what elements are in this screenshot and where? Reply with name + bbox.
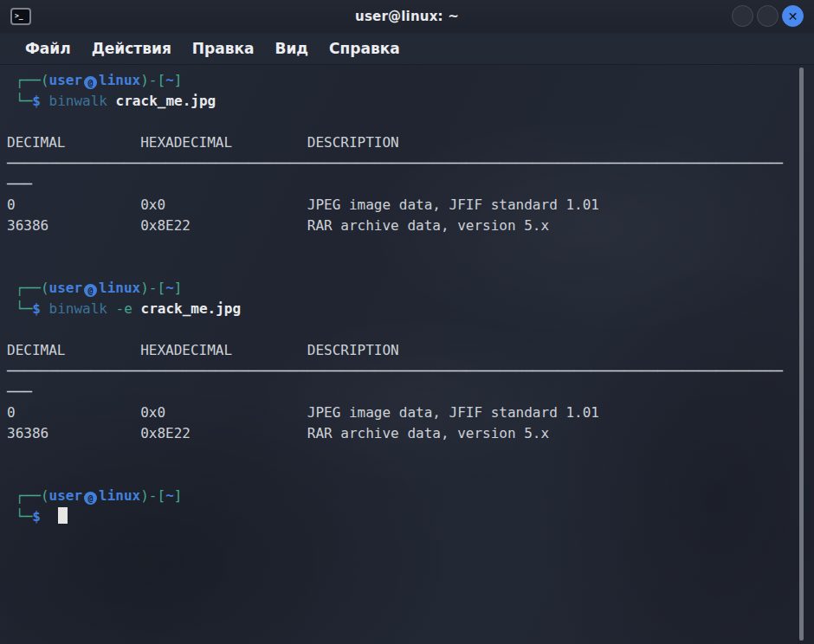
prompt-frame: ┌──(: [16, 72, 49, 88]
prompt-user: user: [49, 280, 83, 296]
kali-at-icon: @: [84, 284, 97, 297]
prompt-dollar: $: [32, 93, 48, 109]
blank-line: [7, 319, 798, 340]
window-controls: ✕: [732, 5, 804, 27]
prompt-frame: ]: [174, 280, 183, 296]
binwalk-row-jpeg: 0 0x0 JPEG image data, JFIF standard 1.0…: [7, 402, 798, 423]
prompt-frame: ┌──(: [16, 280, 49, 296]
prompt-user: user: [49, 487, 83, 504]
menu-file[interactable]: Файл: [15, 33, 81, 64]
prompt-frame: └─: [16, 93, 32, 109]
binwalk-header: DECIMAL HEXADECIMAL DESCRIPTION: [7, 340, 798, 361]
window-title: user@linux: ~: [0, 9, 814, 24]
prompt-path: ~: [165, 280, 174, 296]
blank-line: [7, 444, 798, 465]
prompt-line-1: ┌──(user@linux)-[~]: [7, 70, 798, 91]
prompt-frame: └─: [16, 300, 32, 317]
binwalk-separator: ────────────────────────────────────────…: [7, 153, 798, 174]
command-line-1: └─$ binwalk crack_me.jpg: [7, 91, 798, 112]
kali-at-icon: @: [84, 76, 97, 89]
close-button[interactable]: ✕: [782, 5, 804, 27]
command-option-e: -e: [116, 300, 141, 317]
command-binwalk: binwalk: [49, 93, 116, 109]
binwalk-separator-wrap: ───: [7, 174, 798, 195]
menu-edit[interactable]: Правка: [182, 33, 265, 64]
text-cursor: [58, 507, 68, 524]
prompt-line-3: ┌──(user@linux)-[~]: [7, 486, 798, 506]
kali-at-icon: @: [84, 492, 97, 505]
prompt-frame: └─: [16, 508, 32, 525]
prompt-frame: )-[: [140, 72, 165, 88]
blank-line: [7, 257, 798, 278]
blank-line: [7, 465, 798, 486]
menu-view[interactable]: Вид: [264, 33, 319, 64]
prompt-path: ~: [165, 72, 174, 88]
prompt-frame: ]: [174, 72, 183, 88]
maximize-button[interactable]: [757, 5, 778, 27]
menu-bar: Файл Действия Правка Вид Справка: [0, 33, 814, 65]
blank-line: [7, 112, 798, 132]
prompt-frame: ┌──(: [16, 487, 49, 504]
prompt-path: ~: [165, 487, 174, 504]
prompt-line-2: ┌──(user@linux)-[~]: [7, 278, 798, 299]
binwalk-separator: ────────────────────────────────────────…: [7, 361, 798, 382]
prompt-frame: )-[: [140, 487, 165, 504]
blank-line: [7, 236, 798, 257]
command-binwalk: binwalk: [49, 300, 116, 317]
prompt-dollar: $: [32, 300, 48, 317]
command-line-3[interactable]: └─$: [7, 506, 798, 527]
binwalk-header: DECIMAL HEXADECIMAL DESCRIPTION: [7, 132, 798, 153]
prompt-dollar: $: [32, 508, 48, 525]
menu-actions[interactable]: Действия: [81, 33, 182, 64]
terminal-body[interactable]: ┌──(user@linux)-[~] └─$ binwalk crack_me…: [0, 65, 814, 644]
prompt-user: user: [49, 72, 83, 88]
prompt-frame: ]: [174, 487, 183, 504]
binwalk-separator-wrap: ───: [7, 382, 798, 402]
command-line-2: └─$ binwalk -e crack_me.jpg: [7, 299, 798, 319]
command-arg-file: crack_me.jpg: [116, 93, 216, 109]
title-bar: >_ user@linux: ~ ✕: [0, 0, 814, 33]
menu-help[interactable]: Справка: [319, 33, 410, 64]
scrollbar-thumb[interactable]: [799, 68, 804, 641]
prompt-host: linux: [99, 487, 140, 504]
binwalk-row-jpeg: 0 0x0 JPEG image data, JFIF standard 1.0…: [7, 195, 798, 216]
minimize-button[interactable]: [732, 5, 753, 27]
prompt-host: linux: [99, 72, 140, 88]
binwalk-row-rar: 36386 0x8E22 RAR archive data, version 5…: [7, 216, 798, 236]
binwalk-row-rar: 36386 0x8E22 RAR archive data, version 5…: [7, 423, 798, 444]
prompt-frame: )-[: [140, 280, 165, 296]
terminal-window: >_ user@linux: ~ ✕ Файл Действия Правка …: [0, 0, 814, 644]
prompt-host: linux: [99, 280, 140, 296]
command-arg-file: crack_me.jpg: [141, 300, 242, 317]
